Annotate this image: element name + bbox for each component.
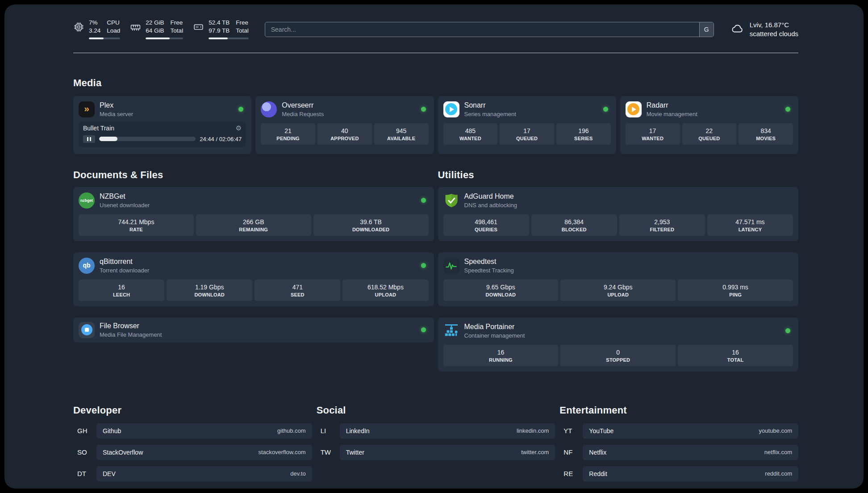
cpu-load: 3.24 <box>89 28 100 34</box>
bookmark-netflix[interactable]: Netflix netflix.com <box>583 445 798 460</box>
bookmark-row: TW Twitter twitter.com <box>317 445 555 460</box>
bookmark-abbr: DT <box>73 470 96 477</box>
stat-download: 1.19 Gbps DOWNLOAD <box>167 280 252 301</box>
bookmark-youtube[interactable]: YouTube youtube.com <box>583 423 798 439</box>
utilities-heading: Utilities <box>438 169 799 181</box>
nzbget-card[interactable]: nzbget NZBGet Usenet downloader 744.21 M… <box>73 187 434 241</box>
app-desc: Media Requests <box>282 111 324 117</box>
bookmark-stackoverflow[interactable]: StackOverflow stackoverflow.com <box>96 445 312 460</box>
bookmark-github[interactable]: Github github.com <box>96 423 312 439</box>
speedtest-card[interactable]: Speedtest Speedtest Tracking 9.65 Gbps D… <box>438 252 799 306</box>
stat-latency: 47.571 ms LATENCY <box>707 214 793 236</box>
app-name: Radarr <box>647 101 697 109</box>
app-name: Media Portainer <box>464 323 525 331</box>
portainer-icon <box>443 323 459 339</box>
app-desc: Usenet downloader <box>100 202 150 209</box>
bookmark-abbr: YT <box>559 427 583 435</box>
sonarr-card[interactable]: Sonarr Series management 485 WANTED 17 Q… <box>438 96 616 154</box>
utilities-section: Utilities AdGuard Home <box>438 154 799 372</box>
plex-icon: » <box>79 101 95 117</box>
overseerr-icon <box>261 101 277 117</box>
search-input[interactable] <box>265 22 699 37</box>
pause-button[interactable] <box>83 135 95 143</box>
app-desc: Movie management <box>647 111 697 117</box>
speedtest-icon <box>443 258 459 274</box>
playback-time: 24:44 / 02:06:47 <box>200 136 242 142</box>
radarr-icon <box>626 101 642 117</box>
status-dot <box>238 107 243 112</box>
app-name: qBittorrent <box>100 258 149 266</box>
cpu-label-1: CPU <box>107 20 120 26</box>
bookmark-abbr: GH <box>73 427 96 435</box>
cpu-icon <box>73 21 84 34</box>
search-provider-button[interactable]: G <box>699 22 714 37</box>
qbittorrent-card[interactable]: qb qBittorrent Torrent downloader 16 LEE… <box>73 252 434 306</box>
stat-remaining: 266 GB REMAINING <box>196 214 311 236</box>
app-desc: DNS and adblocking <box>464 202 517 209</box>
app-name: NZBGet <box>100 192 150 201</box>
filebrowser-card[interactable]: File Browser Media File Management <box>73 318 434 343</box>
disk-free: 52.4 TB <box>209 20 230 26</box>
stat-queued: 22 QUEUED <box>682 123 737 145</box>
stat-seed: 471 SEED <box>255 280 340 301</box>
qbittorrent-icon: qb <box>79 258 95 274</box>
stat-downloaded: 39.6 TB DOWNLOADED <box>313 214 429 236</box>
status-dot <box>421 198 426 203</box>
stat-stopped: 0 STOPPED <box>560 345 676 366</box>
app-name: Overseerr <box>282 101 324 109</box>
ram-free: 22 GiB <box>146 20 164 26</box>
app-desc: Torrent downloader <box>100 267 149 274</box>
stat-leech: 16 LEECH <box>79 280 164 301</box>
top-bar: 7% 3.24 CPU Load <box>73 20 798 39</box>
sonarr-icon <box>443 101 459 117</box>
weather-widget: Lviv, 16.87°C scattered clouds <box>729 21 798 39</box>
bookmark-dev[interactable]: DEV dev.to <box>96 466 312 481</box>
disk-label-2: Total <box>236 28 249 34</box>
status-dot <box>785 107 790 112</box>
adguard-card[interactable]: AdGuard Home DNS and adblocking 498,461 … <box>438 187 799 241</box>
portainer-card[interactable]: Media Portainer Container management 16 … <box>438 318 799 372</box>
header-divider <box>73 53 798 53</box>
bookmark-row: RE Reddit reddit.com <box>559 466 798 481</box>
app-desc: Container management <box>464 332 525 339</box>
player-settings-icon[interactable]: ⚙ <box>236 125 242 131</box>
bookmark-row: SO StackOverflow stackoverflow.com <box>73 445 312 460</box>
media-section-heading: Media <box>73 77 798 89</box>
disk-widget: 52.4 TB 97.9 TB Free Total <box>193 20 249 39</box>
bookmark-abbr: LI <box>317 427 340 435</box>
status-dot <box>421 263 426 268</box>
stat-wanted: 17 WANTED <box>626 123 680 145</box>
disk-icon <box>193 21 204 34</box>
social-section: Social LI LinkedIn linkedin.com TW Twitt… <box>317 405 555 466</box>
plex-card[interactable]: » Plex Media server Bullet Train ⚙ 24:44… <box>73 96 251 154</box>
app-desc: Media File Management <box>100 331 162 338</box>
ram-icon <box>130 21 141 34</box>
cpu-label-2: Load <box>107 28 120 34</box>
app-name: Plex <box>100 101 133 109</box>
stat-download: 9.65 Gbps DOWNLOAD <box>443 280 559 301</box>
now-playing-title: Bullet Train <box>83 125 114 132</box>
stat-rate: 744.21 Mbps RATE <box>79 214 194 236</box>
radarr-card[interactable]: Radarr Movie management 17 WANTED 22 QUE… <box>620 96 798 154</box>
now-playing-panel: Bullet Train ⚙ 24:44 / 02:06:47 <box>79 121 246 147</box>
developer-section: Developer GH Github github.com SO StackO… <box>73 405 312 488</box>
stat-total: 16 TOTAL <box>678 345 793 366</box>
stat-available: 945 AVAILABLE <box>374 123 429 145</box>
overseerr-card[interactable]: Overseerr Media Requests 21 PENDING 40 A… <box>255 96 434 154</box>
stat-pending: 21 PENDING <box>261 123 315 145</box>
seek-bar[interactable] <box>99 137 196 141</box>
bookmark-twitter[interactable]: Twitter twitter.com <box>340 445 555 460</box>
bookmark-row: DT DEV dev.to <box>73 466 312 481</box>
bookmark-linkedin[interactable]: LinkedIn linkedin.com <box>340 423 555 439</box>
filebrowser-icon <box>79 322 95 338</box>
app-name: File Browser <box>100 322 162 330</box>
stat-wanted: 485 WANTED <box>443 123 498 145</box>
stat-running: 16 RUNNING <box>443 345 559 366</box>
bookmark-row: NF Netflix netflix.com <box>559 445 798 460</box>
bookmark-reddit[interactable]: Reddit reddit.com <box>583 466 798 481</box>
disk-total: 97.9 TB <box>209 28 230 34</box>
adguard-icon <box>443 192 459 209</box>
app-name: AdGuard Home <box>464 192 517 201</box>
status-dot <box>603 107 608 112</box>
stat-queued: 17 QUEUED <box>500 123 554 145</box>
